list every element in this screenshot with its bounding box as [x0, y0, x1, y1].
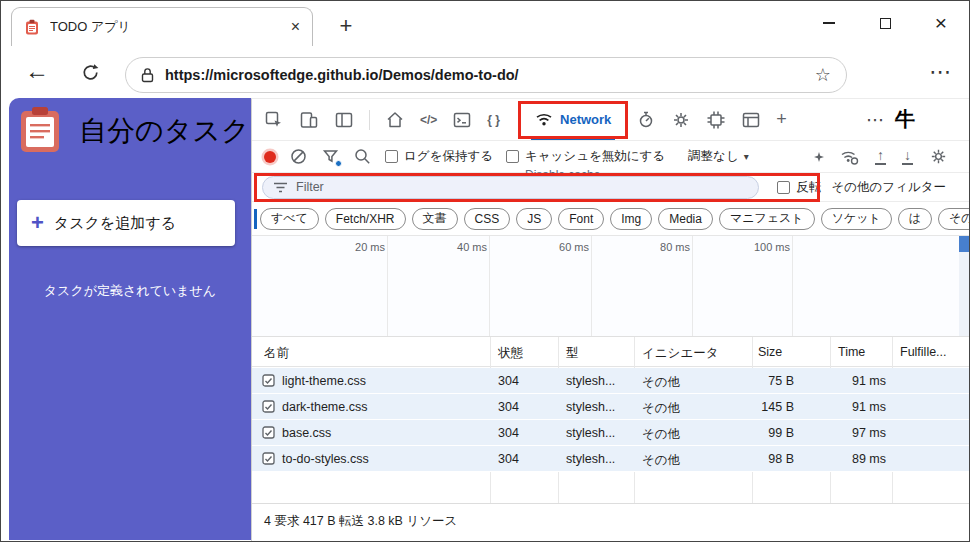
filter-pill-all[interactable]: すべて — [260, 208, 319, 230]
request-initiator: その他 — [642, 426, 680, 443]
inspect-icon[interactable] — [264, 110, 284, 130]
add-task-button[interactable]: + タスクを追加する — [17, 200, 235, 246]
tools-gear-icon[interactable] — [671, 110, 691, 130]
chevron-down-icon: ▾ — [744, 151, 749, 162]
timeline-label: 40 ms — [429, 241, 487, 253]
throttling-dropdown[interactable]: 調整なし ▾ — [688, 148, 749, 165]
application-tab-icon[interactable] — [741, 110, 761, 130]
sources-tab-icon[interactable]: { } — [487, 113, 500, 127]
filter-input[interactable] — [296, 180, 748, 194]
performance-tab-icon[interactable] — [636, 110, 656, 130]
filter-pill-js[interactable]: JS — [516, 208, 552, 230]
filter-pill-manifest[interactable]: マニフェスト — [719, 208, 815, 230]
minimize-button[interactable] — [801, 1, 857, 45]
clear-icon[interactable] — [289, 147, 308, 166]
favorite-star-icon[interactable]: ☆ — [815, 64, 831, 86]
search-icon[interactable] — [353, 147, 372, 166]
request-name: base.css — [282, 426, 331, 440]
console-tab-icon[interactable] — [452, 110, 472, 130]
import-har-icon[interactable]: ↑ — [875, 148, 886, 165]
request-name: light-theme.css — [282, 374, 366, 388]
stylesheet-file-icon — [262, 400, 275, 413]
maximize-button[interactable] — [857, 1, 913, 45]
request-type: stylesh... — [566, 400, 628, 414]
table-row[interactable]: base.css 304 stylesh... その他 99 B 97 ms — [252, 420, 970, 446]
minimize-icon — [823, 22, 835, 24]
close-button[interactable]: × — [913, 1, 969, 45]
new-tab-button[interactable]: + — [331, 11, 361, 41]
memory-chip-icon[interactable] — [706, 110, 726, 130]
more-tabs-icon[interactable]: ⋯ — [866, 109, 885, 131]
filter-pill-fetch-xhr[interactable]: Fetch/XHR — [325, 208, 406, 230]
request-size: 98 B — [752, 452, 794, 466]
request-status: 304 — [498, 426, 519, 440]
filter-pill-socket[interactable]: ソケット — [821, 208, 892, 230]
request-type: stylesh... — [566, 426, 628, 440]
tab-network[interactable]: Network — [525, 99, 621, 140]
clipboard-icon — [19, 106, 61, 154]
todo-app-panel: 自分のタスク + タスクを追加する タスクが定義されていません — [9, 98, 251, 540]
request-time: 91 ms — [830, 400, 886, 414]
tab-close-icon[interactable]: × — [291, 18, 300, 36]
column-header-name[interactable]: 名前 — [264, 345, 289, 362]
more-filters-button[interactable]: その他のフィルター — [831, 179, 960, 196]
toolbar-divider — [369, 110, 370, 130]
preserve-log-checkbox[interactable] — [385, 150, 398, 163]
device-emulation-icon[interactable] — [299, 110, 319, 130]
network-overview-timeline: 20 ms 40 ms 60 ms 80 ms 100 ms — [252, 236, 970, 337]
column-header-type[interactable]: 型 — [566, 345, 579, 362]
home-icon[interactable] — [385, 110, 405, 130]
column-header-initiator[interactable]: イニシエータ — [642, 345, 718, 362]
disable-cache-checkbox[interactable] — [506, 150, 519, 163]
stylesheet-file-icon — [262, 426, 275, 439]
column-header-size[interactable]: Size — [758, 345, 782, 359]
filter-pill-doc[interactable]: 文書 — [412, 208, 458, 230]
table-row[interactable]: to-do-styles.css 304 stylesh... その他 98 B… — [252, 446, 970, 472]
filter-row: 反転 その他のフィルター — [252, 173, 970, 202]
filter-toggle-icon[interactable] — [321, 147, 340, 166]
refresh-icon[interactable] — [81, 63, 100, 82]
request-initiator: その他 — [642, 374, 680, 391]
record-button[interactable] — [264, 151, 276, 163]
activity-bar-icon[interactable] — [334, 110, 354, 130]
export-har-icon[interactable]: ↓ — [902, 148, 913, 165]
network-conditions-icon[interactable] — [840, 148, 859, 166]
network-tab-label: Network — [560, 112, 611, 127]
overflow-extra-text: 牛 — [895, 106, 915, 133]
elements-tab-icon[interactable]: </> — [420, 113, 437, 127]
filter-pill-wasm[interactable]: は — [898, 208, 932, 230]
filter-active-badge — [335, 160, 342, 167]
address-bar[interactable]: https://microsoftedge.github.io/Demos/de… — [125, 57, 847, 93]
filter-pill-other[interactable]: その他 — [938, 208, 970, 230]
stylesheet-file-icon — [262, 374, 275, 387]
request-type: stylesh... — [566, 452, 628, 466]
network-settings-gear-icon[interactable] — [929, 147, 948, 166]
scrollbar-thumb[interactable] — [959, 236, 969, 252]
filter-input-pill[interactable] — [262, 176, 759, 199]
maximize-icon — [880, 18, 891, 29]
table-row[interactable]: dark-theme.css 304 stylesh... その他 145 B … — [252, 394, 970, 420]
tab-favicon-clipboard-icon — [24, 19, 40, 35]
filter-pill-media[interactable]: Media — [658, 208, 713, 230]
column-header-fulfilled[interactable]: Fulfille... — [900, 345, 947, 359]
url-text[interactable]: https://microsoftedge.github.io/Demos/de… — [165, 67, 804, 83]
request-status: 304 — [498, 400, 519, 414]
browser-tab[interactable]: TODO アプリ × — [11, 7, 313, 46]
invert-label: 反転 — [796, 179, 821, 196]
empty-tasks-message: タスクが定義されていません — [9, 282, 251, 300]
column-header-status[interactable]: 状態 — [498, 345, 523, 362]
filter-pill-css[interactable]: CSS — [464, 208, 511, 230]
filter-pill-font[interactable]: Font — [558, 208, 604, 230]
table-row[interactable]: light-theme.css 304 stylesh... その他 75 B … — [252, 368, 970, 394]
add-panel-icon[interactable]: + — [776, 109, 787, 130]
browser-menu-icon[interactable]: ⋯ — [929, 59, 951, 85]
request-size: 145 B — [752, 400, 794, 414]
invert-checkbox[interactable] — [777, 181, 790, 194]
back-icon[interactable]: ← — [25, 57, 49, 85]
timeline-gridline — [792, 236, 793, 336]
filter-pill-img[interactable]: Img — [610, 208, 652, 230]
timeline-label: 60 ms — [531, 241, 589, 253]
tab-title: TODO アプリ — [50, 18, 281, 36]
lock-icon — [141, 67, 154, 83]
column-header-time[interactable]: Time — [838, 345, 865, 359]
